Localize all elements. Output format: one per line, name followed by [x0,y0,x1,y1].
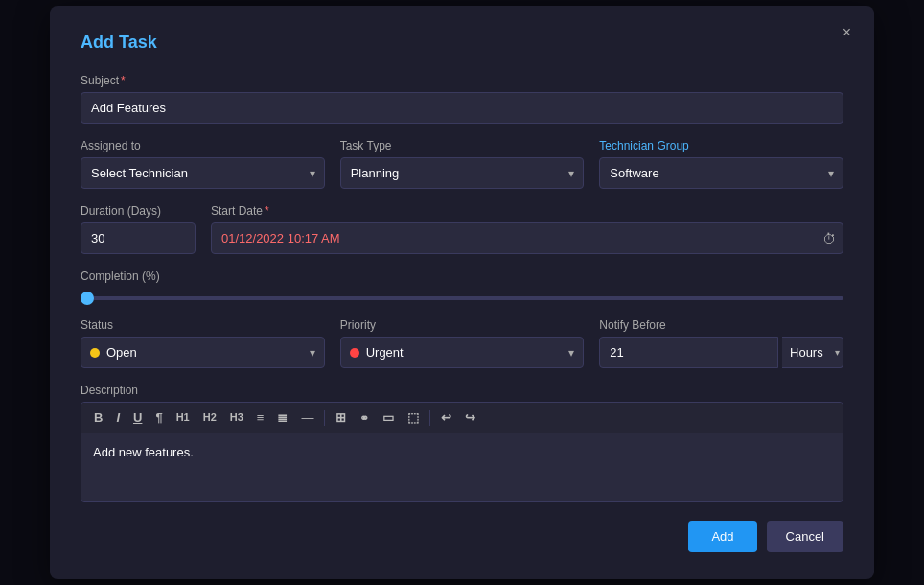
priority-select-wrapper: Urgent [340,337,585,368]
priority-select[interactable]: Urgent [340,337,585,368]
status-label: Status [81,318,325,332]
overlay: Add Task × Subject* Assigned to Select T… [0,0,924,585]
modal-title: Add Task [81,33,843,53]
description-section: Description B I U ¶ H1 H2 H3 ≡ ≣ — ⊞ ⚭ ▭ [81,384,843,502]
hr-button[interactable]: — [296,409,318,427]
duration-group: Duration (Days) [81,204,196,254]
subject-label: Subject* [81,74,843,87]
undo-button[interactable]: ↩ [436,409,456,427]
priority-group: Priority Urgent [340,318,585,368]
assigned-to-label: Assigned to [81,139,325,152]
subject-group: Subject* [81,74,843,124]
cancel-button[interactable]: Cancel [767,521,843,552]
start-date-group: Start Date* ⏱ [211,204,843,254]
priority-label: Priority [340,318,585,332]
status-group: Status Open [81,318,325,368]
paragraph-button[interactable]: ¶ [150,409,167,427]
h3-button[interactable]: H3 [225,410,248,426]
add-button[interactable]: Add [688,521,756,552]
technician-group-select-wrapper: Software [599,157,843,189]
assigned-to-select-wrapper: Select Technician [81,157,325,189]
start-date-input[interactable] [211,222,843,254]
description-content: Add new features. [93,445,194,459]
notify-before-group: Notify Before Hours [599,318,843,368]
duration-input[interactable] [81,222,196,254]
description-editor[interactable]: Add new features. [81,433,843,501]
editor-container: B I U ¶ H1 H2 H3 ≡ ≣ — ⊞ ⚭ ▭ ⬚ ↩ [81,402,843,502]
unordered-list-button[interactable]: ≡ [252,409,269,427]
technician-group-label: Technician Group [599,139,843,152]
table-button[interactable]: ⊞ [331,409,351,427]
task-type-label: Task Type [340,139,585,152]
description-label: Description [81,384,843,397]
status-select-wrapper: Open [81,337,325,368]
task-type-select[interactable]: Planning [340,157,585,189]
assigned-to-select[interactable]: Select Technician [81,157,325,189]
start-date-wrapper: ⏱ [211,222,843,254]
ordered-list-button[interactable]: ≣ [272,409,292,427]
toolbar-divider-1 [324,410,325,426]
h2-button[interactable]: H2 [198,410,221,426]
notify-unit-select[interactable]: Hours [782,337,843,368]
close-button[interactable]: × [843,25,851,40]
task-type-group: Task Type Planning [340,139,585,189]
clock-icon: ⏱ [822,231,836,246]
status-select[interactable]: Open [81,337,325,368]
notify-before-input[interactable] [599,337,778,368]
modal-dialog: Add Task × Subject* Assigned to Select T… [50,6,874,579]
completion-slider[interactable] [81,296,843,300]
technician-group-group: Technician Group Software [599,139,843,189]
notify-before-label: Notify Before [599,318,843,332]
italic-button[interactable]: I [111,409,125,427]
subject-input[interactable] [81,92,843,124]
toolbar-divider-2 [429,410,430,426]
bold-button[interactable]: B [89,409,107,427]
assigned-to-group: Assigned to Select Technician [81,139,325,189]
completion-label: Completion (%) [81,269,843,283]
modal-footer: Add Cancel [81,521,843,552]
start-date-label: Start Date* [211,204,843,218]
image-button[interactable]: ⬚ [403,409,424,427]
duration-label: Duration (Days) [81,204,196,218]
embed-button[interactable]: ▭ [378,409,399,427]
editor-toolbar: B I U ¶ H1 H2 H3 ≡ ≣ — ⊞ ⚭ ▭ ⬚ ↩ [81,403,843,433]
link-button[interactable]: ⚭ [355,410,374,427]
completion-group: Completion (%) [81,269,843,303]
notify-unit-wrapper: Hours [782,337,843,368]
notify-before-input-row: Hours [599,337,843,368]
h1-button[interactable]: H1 [172,410,195,426]
task-type-select-wrapper: Planning [340,157,585,189]
redo-button[interactable]: ↪ [460,409,480,427]
technician-group-select[interactable]: Software [599,157,843,189]
underline-button[interactable]: U [128,409,147,427]
